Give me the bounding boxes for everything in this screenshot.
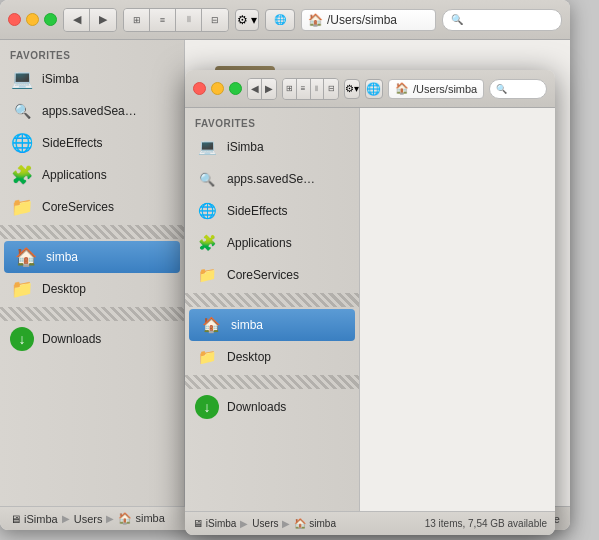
bc-isimba[interactable]: 🖥 iSimba (10, 513, 58, 525)
downloads-icon: ↓ (10, 327, 34, 351)
front-sidebar-item-coreservices[interactable]: 📁 CoreServices (185, 259, 359, 291)
front-maximize-button[interactable] (229, 82, 242, 95)
front-view-buttons: ⊞ ≡ ⫴ ⊟ (282, 78, 339, 100)
front-window: ◀ ▶ ⊞ ≡ ⫴ ⊟ ⚙▾ 🌐 🏠 /Users/simba 🔍 FAVORI… (185, 70, 555, 535)
front-divider-2 (185, 375, 359, 389)
front-forward-button[interactable]: ▶ (262, 79, 276, 99)
close-button[interactable] (8, 13, 21, 26)
front-sidebar-item-applications[interactable]: 🧩 Applications (185, 227, 359, 259)
bc-users[interactable]: Users (74, 513, 103, 525)
front-body: FAVORITES 💻 iSimba 🔍 apps.savedSe… 🌐 Sid… (185, 108, 555, 511)
front-view-list-button[interactable]: ≡ (297, 79, 311, 99)
sidebar-label-isimba: iSimba (42, 72, 79, 86)
search-icon: 🔍 (451, 14, 463, 25)
sidebar-label-downloads: Downloads (42, 332, 101, 346)
front-view-icon-button[interactable]: ⊞ (283, 79, 297, 99)
front-sidebar-item-isimba[interactable]: 💻 iSimba (185, 131, 359, 163)
front-applications-icon: 🧩 (195, 231, 219, 255)
front-sidebar-item-apps-saved[interactable]: 🔍 apps.savedSe… (185, 163, 359, 195)
sidebar-item-downloads[interactable]: ↓ Downloads (0, 323, 184, 355)
downloads-arrow-icon: ↓ (10, 327, 34, 351)
path-home-icon: 🏠 (308, 13, 323, 27)
laptop-icon: 💻 (10, 67, 34, 91)
view-icon-button[interactable]: ⊞ (124, 9, 150, 31)
front-status-info: 13 items, 7,54 GB available (425, 518, 547, 529)
front-sidebar: FAVORITES 💻 iSimba 🔍 apps.savedSe… 🌐 Sid… (185, 108, 360, 511)
front-sidebar-label-coreservices: CoreServices (227, 268, 299, 282)
front-minimize-button[interactable] (211, 82, 224, 95)
front-favorites-label: FAVORITES (185, 112, 359, 131)
traffic-lights (8, 13, 57, 26)
path-bar: 🏠 /Users/simba (301, 9, 436, 31)
sidebar-item-sideeffects[interactable]: 🌐 SideEffects (0, 127, 184, 159)
front-downloads-arrow-icon: ↓ (195, 395, 219, 419)
bc-simba[interactable]: 🏠 simba (118, 512, 164, 525)
front-sidebar-label-isimba: iSimba (227, 140, 264, 154)
front-search-icon: 🔍 (496, 84, 507, 94)
home-icon: 🏠 (14, 245, 38, 269)
front-bc-sep-2: ▶ (282, 518, 290, 529)
front-view-col-button[interactable]: ⫴ (311, 79, 325, 99)
back-button[interactable]: ◀ (64, 9, 90, 31)
front-bc-isimba[interactable]: 🖥 iSimba (193, 518, 236, 529)
front-divider-1 (185, 293, 359, 307)
sidebar-label-apps-saved: apps.savedSea… (42, 104, 137, 118)
view-column-button[interactable]: ⫴ (176, 9, 202, 31)
sidebar-item-coreservices[interactable]: 📁 CoreServices (0, 191, 184, 223)
front-titlebar: ◀ ▶ ⊞ ≡ ⫴ ⊟ ⚙▾ 🌐 🏠 /Users/simba 🔍 (185, 70, 555, 108)
share-button[interactable]: 🌐 (265, 9, 295, 31)
bc-sep-1: ▶ (62, 513, 70, 524)
saved-search-icon: 🔍 (10, 99, 34, 123)
front-sidebar-label-downloads: Downloads (227, 400, 286, 414)
front-sidebar-label-simba: simba (231, 318, 263, 332)
front-breadcrumb: 🖥 iSimba ▶ Users ▶ 🏠 simba (193, 518, 421, 529)
applications-icon: 🧩 (10, 163, 34, 187)
front-sidebar-item-sideeffects[interactable]: 🌐 SideEffects (185, 195, 359, 227)
divider-2 (0, 307, 184, 321)
front-share-button[interactable]: 🌐 (365, 79, 383, 99)
minimize-button[interactable] (26, 13, 39, 26)
sidebar-label-simba: simba (46, 250, 78, 264)
view-buttons: ⊞ ≡ ⫴ ⊟ (123, 8, 229, 32)
front-close-button[interactable] (193, 82, 206, 95)
front-status-bar: 🖥 iSimba ▶ Users ▶ 🏠 simba 13 items, 7,5… (185, 511, 555, 535)
front-saved-search-icon: 🔍 (195, 167, 219, 191)
front-back-button[interactable]: ◀ (248, 79, 262, 99)
front-coreservices-icon: 📁 (195, 263, 219, 287)
front-sidebar-label-sideeffects: SideEffects (227, 204, 287, 218)
favorites-label: FAVORITES (0, 44, 184, 63)
sidebar-item-desktop[interactable]: 📁 Desktop (0, 273, 184, 305)
front-path-text: /Users/simba (413, 83, 477, 95)
front-action-button[interactable]: ⚙▾ (344, 79, 360, 99)
front-bc-simba[interactable]: 🏠 simba (294, 518, 335, 529)
back-sidebar: FAVORITES 💻 iSimba 🔍 apps.savedSea… 🌐 Si… (0, 40, 185, 506)
front-nav-buttons: ◀ ▶ (247, 78, 277, 100)
desktop-icon: 📁 (10, 277, 34, 301)
bc-sep-2: ▶ (106, 513, 114, 524)
front-bc-sep-1: ▶ (240, 518, 248, 529)
sidebar-label-sideeffects: SideEffects (42, 136, 102, 150)
front-bc-users[interactable]: Users (252, 518, 278, 529)
sidebar-item-isimba[interactable]: 💻 iSimba (0, 63, 184, 95)
sidebar-item-apps-saved[interactable]: 🔍 apps.savedSea… (0, 95, 184, 127)
view-cover-button[interactable]: ⊟ (202, 9, 228, 31)
front-sideeffects-icon: 🌐 (195, 199, 219, 223)
sidebar-label-coreservices: CoreServices (42, 200, 114, 214)
search-box[interactable]: 🔍 (442, 9, 562, 31)
front-sidebar-item-downloads[interactable]: ↓ Downloads (185, 391, 359, 423)
coreservices-icon: 📁 (10, 195, 34, 219)
front-sidebar-item-desktop[interactable]: 📁 Desktop (185, 341, 359, 373)
sideeffects-icon: 🌐 (10, 131, 34, 155)
forward-button[interactable]: ▶ (90, 9, 116, 31)
maximize-button[interactable] (44, 13, 57, 26)
action-button[interactable]: ⚙ ▾ (235, 9, 259, 31)
view-list-button[interactable]: ≡ (150, 9, 176, 31)
front-view-cover-button[interactable]: ⊟ (324, 79, 337, 99)
front-search-box[interactable]: 🔍 (489, 79, 547, 99)
front-path-bar: 🏠 /Users/simba (388, 79, 484, 99)
sidebar-item-simba[interactable]: 🏠 simba (4, 241, 180, 273)
front-sidebar-label-desktop: Desktop (227, 350, 271, 364)
sidebar-item-applications[interactable]: 🧩 Applications (0, 159, 184, 191)
front-downloads-icon: ↓ (195, 395, 219, 419)
front-sidebar-item-simba[interactable]: 🏠 simba (189, 309, 355, 341)
